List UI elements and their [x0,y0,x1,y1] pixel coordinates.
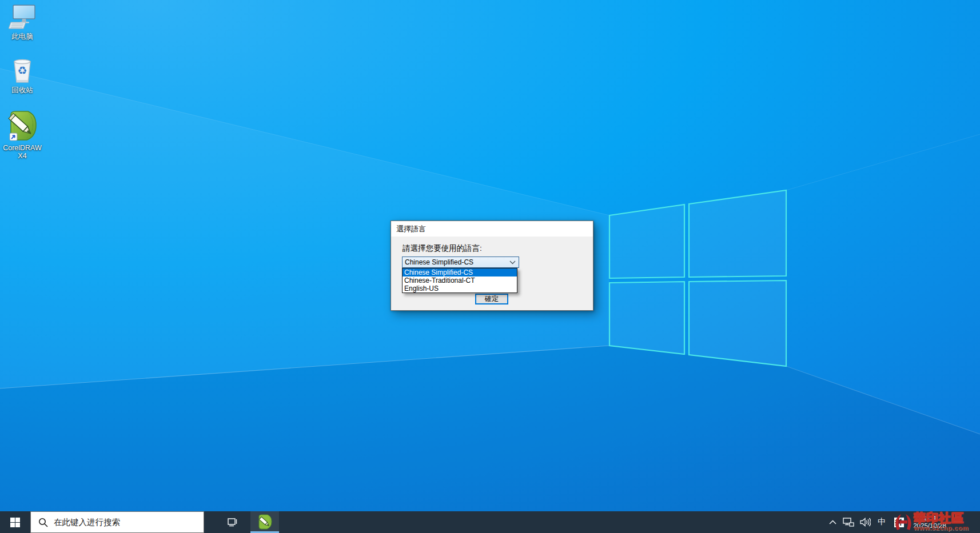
dialog-titlebar[interactable]: 選擇語言 [391,221,593,237]
coreldraw-taskbar-icon [257,514,272,530]
desktop-icon-recycle-bin[interactable]: ♻ 回收站 [0,57,47,94]
dropdown-option[interactable]: Chinese-Traditional-CT [403,276,517,284]
task-view-button[interactable] [219,511,245,533]
desktop-icon-this-pc[interactable]: 此电脑 [0,5,47,41]
desktop-icon-label: 回收站 [0,86,47,94]
coreldraw-taskbar-button[interactable] [250,511,279,533]
network-tray-button[interactable] [840,511,856,533]
clock-time: 17:4 [923,515,936,522]
dropdown-option[interactable]: English-US [403,284,517,292]
network-icon [843,518,854,527]
start-button[interactable] [0,511,30,533]
chevron-up-icon [829,520,836,524]
language-combobox[interactable]: Chinese Simplified-CS [402,257,519,268]
ok-button[interactable]: 確定 [475,294,508,304]
ime-mode-indicator[interactable]: 拼 [891,511,907,533]
language-prompt: 請選擇您要使用的語言: [403,243,482,254]
this-pc-icon [9,5,36,31]
language-dropdown-list: Chinese Simplified-CS Chinese-Traditiona… [402,268,517,293]
ime-language-indicator[interactable]: 中 [874,511,889,533]
search-input[interactable] [54,518,204,527]
task-view-icon [226,517,238,527]
dialog-title: 選擇語言 [396,224,426,234]
shortcut-arrow-badge [10,133,17,141]
desktop-icon-coreldraw-x4[interactable]: CorelDRAW X4 [0,110,47,160]
taskbar: 中 拼 17:4 2025/10/28 [0,511,980,533]
volume-tray-button[interactable] [856,511,874,533]
clock-date: 2025/10/28 [913,522,946,530]
volume-icon [860,518,871,527]
desktop-icon-label: 此电脑 [0,33,47,41]
recycle-symbol: ♻ [17,65,27,77]
desktop-icon-label: CorelDRAW X4 [0,144,47,160]
desktop[interactable]: 此电脑 ♻ 回收站 Co [0,0,980,533]
taskbar-clock[interactable]: 17:4 2025/10/28 [908,511,951,533]
chevron-down-icon [509,261,516,265]
combobox-value: Chinese Simplified-CS [405,258,473,266]
dropdown-option[interactable]: Chinese Simplified-CS [403,268,517,276]
search-icon [38,518,48,527]
language-select-dialog: 選擇語言 請選擇您要使用的語言: Chinese Simplified-CS C… [391,221,593,311]
tray-expand-button[interactable] [826,511,839,533]
taskbar-search[interactable] [30,511,204,533]
recycle-bin-icon: ♻ [9,57,36,85]
coreldraw-icon [7,110,37,142]
windows-logo-icon [10,518,20,527]
